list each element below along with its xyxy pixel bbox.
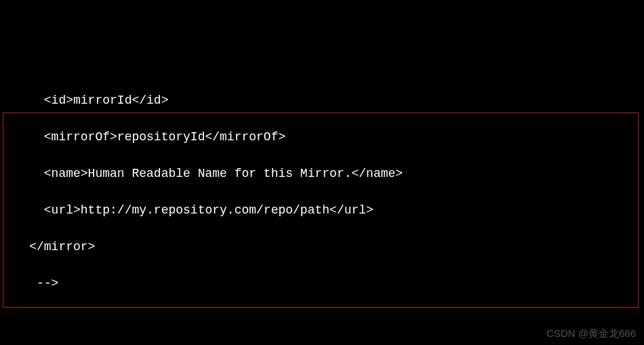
highlight-annotation-box [3, 113, 639, 308]
code-line: <id>mirrorId</id> [0, 92, 644, 110]
csdn-watermark: CSDN @黄金龙666 [546, 326, 636, 342]
